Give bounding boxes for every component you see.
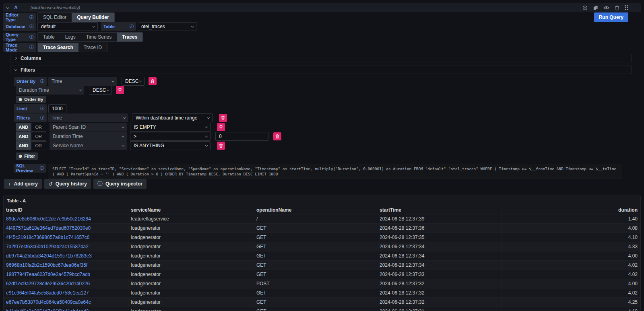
order-by-row: Duration Time DESC: [14, 86, 641, 95]
start-time-cell: 2024-06-28 12:37:31: [377, 307, 502, 311]
filter-field-select[interactable]: Duration Time: [50, 132, 127, 141]
remove-filter-button[interactable]: [217, 123, 225, 131]
filter-value-input[interactable]: 0: [215, 132, 268, 141]
column-header-servicename[interactable]: serviceName: [128, 206, 254, 214]
option-time-series[interactable]: Time Series: [81, 33, 117, 41]
trace-id-link[interactable]: b41de4f6c2a3854d7e96f3a41ab4ced3: [6, 309, 89, 311]
service-name-cell: loadgenerator: [128, 279, 254, 288]
drag-handle[interactable]: [625, 5, 628, 10]
trace-id-link[interactable]: 4f497571a618e364ed7ded60752030e0: [6, 225, 91, 231]
option-trace-search[interactable]: Trace Search: [38, 43, 78, 52]
option-table[interactable]: Table: [38, 33, 60, 41]
service-name-cell: loadgenerator: [128, 251, 254, 260]
filter-operator-select[interactable]: IS EMPTY: [130, 123, 211, 132]
chevron-down-icon: [122, 125, 124, 128]
add-order-by-button[interactable]: ⊕ Order By: [16, 96, 46, 103]
option-query-builder[interactable]: Query Builder: [72, 13, 114, 22]
chevron-down-icon: [205, 134, 208, 137]
remove-filter-button[interactable]: [217, 142, 225, 150]
option-or[interactable]: OR: [31, 142, 46, 150]
option-and[interactable]: AND: [16, 142, 31, 150]
table-select[interactable]: otel_traces: [138, 22, 196, 31]
filter-field-select[interactable]: Parent Span ID: [50, 123, 127, 132]
run-query-button[interactable]: Run Query: [594, 12, 628, 22]
filter-field-select[interactable]: Time: [48, 113, 128, 122]
filter-condition-row: AND OR Service Name IS ANYTHING: [14, 141, 641, 150]
trace-id-link[interactable]: e91c3645f04fa5e58adcd0758e1ea127: [6, 290, 89, 296]
table-panel: Table - A traceID serviceName operationN…: [3, 196, 641, 311]
query-history-button[interactable]: ↺ Query history: [44, 179, 91, 189]
remove-order-by-button[interactable]: [116, 86, 124, 94]
column-header-operationname[interactable]: operationName: [254, 206, 377, 214]
operation-name-cell: GET: [254, 298, 377, 307]
filters-label: Filters ⓘ: [14, 113, 47, 122]
trace-id-link[interactable]: 89dc7e8c6060c0d12de7e9b50c216284: [6, 216, 91, 222]
option-and[interactable]: AND: [16, 123, 31, 131]
chevron-down-icon: [122, 134, 124, 137]
query-type-label: Query Type ⓘ: [3, 33, 36, 41]
column-header-starttime[interactable]: startTime: [377, 206, 502, 214]
add-filter-button[interactable]: ⊕ Filter: [16, 152, 38, 160]
trace-id-link[interactable]: 7a2f07ecf63c60b1029ab2ac155874a2: [6, 244, 89, 249]
database-select[interactable]: default: [37, 22, 98, 31]
option-traces[interactable]: Traces: [117, 33, 142, 41]
filter-operator-select[interactable]: Within dashboard time range: [132, 113, 213, 122]
trace-id-link[interactable]: db9704a2bbda34204d159c71b78283e3: [6, 253, 92, 259]
trace-id-link[interactable]: 1887794f7eaa6037d0e2a4579bcd7acb: [6, 272, 90, 277]
datasource-name: (clickhouse-observability): [31, 5, 80, 10]
bool-toggle: AND OR: [16, 123, 46, 132]
trace-id-link[interactable]: 4f45c21918c73698057a8b1c741657c6: [6, 235, 90, 240]
order-by-field-select[interactable]: Time: [48, 77, 117, 86]
filter-time-row: Filters ⓘ Time Within dashboard time ran…: [14, 113, 641, 122]
bool-toggle: AND OR: [16, 132, 46, 141]
eye-icon[interactable]: [603, 5, 609, 10]
trace-id-link[interactable]: e67ee7b53870d4c864ca50409ca0e64c: [6, 299, 91, 305]
filter-operator-select[interactable]: >: [130, 132, 211, 141]
order-by-direction-select[interactable]: DESC: [89, 86, 112, 95]
order-by-field-select[interactable]: Duration Time: [16, 86, 84, 95]
trace-id-link[interactable]: 62df1ec9a29728c9e29536c20d140226: [6, 281, 90, 286]
columns-section-header[interactable]: Columns: [10, 54, 632, 62]
chevron-down-icon: [139, 79, 142, 82]
start-time-cell: 2024-06-28 12:37:34: [377, 261, 502, 270]
chevron-down-icon: [92, 25, 95, 27]
table-row: 62df1ec9a29728c9e29536c20d140226 loadgen…: [4, 279, 640, 288]
trash-icon[interactable]: [615, 5, 619, 10]
trace-id-link[interactable]: 96968b10fa2b2c1590bc67dea06ef35f: [6, 262, 87, 268]
collapse-query-icon[interactable]: [6, 6, 9, 9]
remove-order-by-button[interactable]: [149, 77, 157, 85]
option-sql-editor[interactable]: SQL Editor: [38, 13, 72, 22]
operation-name-cell: GET: [254, 233, 377, 242]
option-logs[interactable]: Logs: [60, 33, 81, 41]
start-time-cell: 2024-06-28 12:37:32: [377, 279, 502, 288]
option-and[interactable]: AND: [16, 132, 31, 140]
add-query-button[interactable]: + Add query: [4, 179, 42, 189]
service-name-cell: loadgenerator: [128, 307, 254, 311]
remove-filter-button[interactable]: [273, 132, 281, 140]
filter-operator-select[interactable]: IS ANYTHING: [130, 141, 211, 150]
order-by-direction-select[interactable]: DESC: [122, 77, 144, 86]
operation-name-cell: GET: [254, 261, 377, 270]
filters-section-header[interactable]: Filters: [10, 66, 632, 74]
column-header-duration[interactable]: duration: [502, 206, 640, 214]
chevron-down-icon: [123, 116, 126, 119]
panel-title[interactable]: Table - A: [4, 196, 640, 206]
duration-cell: 4.10: [502, 233, 640, 242]
remove-filter-button[interactable]: [219, 114, 227, 122]
info-icon: ⓘ: [40, 165, 44, 171]
query-inspector-button[interactable]: ⓘ Query inspector: [93, 179, 147, 189]
duration-cell: 4.02: [502, 288, 640, 297]
option-or[interactable]: OR: [31, 123, 46, 131]
option-or[interactable]: OR: [31, 132, 46, 140]
column-header-traceid[interactable]: traceID: [4, 206, 128, 214]
record-icon[interactable]: [582, 5, 588, 10]
filter-field-select[interactable]: Service Name: [50, 141, 127, 150]
table-body: 89dc7e8c6060c0d12de7e9b50c216284 feature…: [4, 214, 640, 311]
operation-name-cell: GET: [254, 242, 377, 251]
copy-icon[interactable]: [593, 5, 598, 10]
limit-input[interactable]: 1000: [48, 104, 66, 113]
sql-preview-row: SQL Preview ⓘ SELECT "TraceId" as traceI…: [3, 164, 641, 179]
trace-mode-label: Trace Mode ⓘ: [3, 43, 36, 52]
option-trace-id[interactable]: Trace ID: [78, 43, 107, 52]
plus-icon: +: [8, 181, 11, 187]
